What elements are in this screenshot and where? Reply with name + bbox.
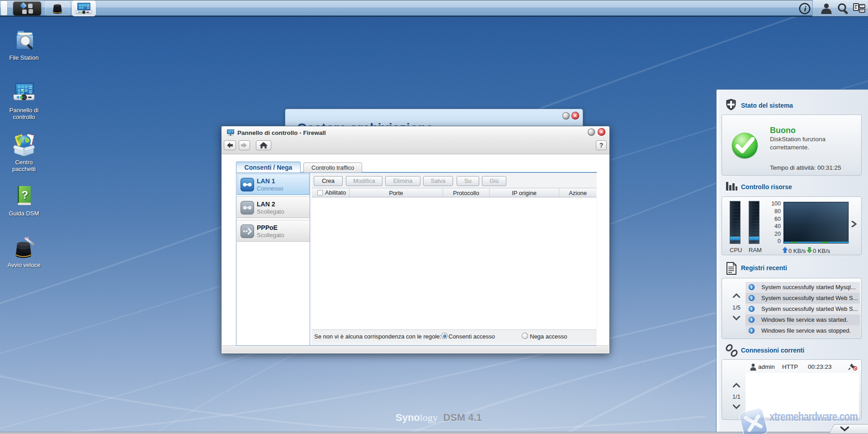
svg-text:i: i	[804, 5, 807, 13]
svg-text:?: ?	[22, 189, 28, 201]
